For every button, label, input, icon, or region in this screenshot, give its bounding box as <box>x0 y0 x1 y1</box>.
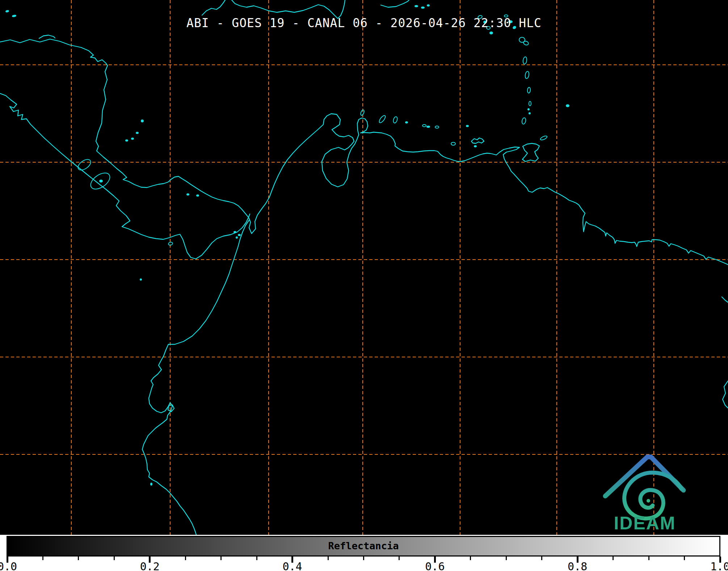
st-lucia-island <box>527 87 530 93</box>
colorbar-tick-label: 0.2 <box>134 560 166 571</box>
colorbar: Reflectancia <box>7 536 720 557</box>
st-vincent-island <box>529 101 531 106</box>
guyana-right-edge-fragment <box>722 297 728 302</box>
aruba-island <box>360 109 365 116</box>
hispaniola-southwest-peninsula <box>202 0 225 15</box>
colorbar-minor-tick <box>541 557 542 560</box>
colorbar-minor-tick <box>220 557 222 560</box>
logo-swirl-eye <box>647 499 650 503</box>
colorbar-minor-tick <box>328 557 329 560</box>
colorbar-minor-tick <box>613 557 614 560</box>
pearl-islet-1 <box>234 231 236 233</box>
grenadines-islet-2 <box>529 113 530 114</box>
grenadines-islet-1 <box>528 109 529 110</box>
colorbar-minor-tick <box>399 557 400 560</box>
colorbar-tick-label: 1.0 <box>704 560 728 571</box>
amapa-right-edge-fragment <box>723 381 728 408</box>
coiba-island <box>168 242 173 246</box>
colorbar-title: Reflectancia <box>8 540 719 551</box>
grenada-island <box>521 117 526 125</box>
colorbar-minor-tick <box>78 557 79 560</box>
colorbar-tick-label: 0.0 <box>0 560 24 571</box>
colorbar-minor-tick <box>42 557 43 560</box>
south-america-pacific-coast <box>142 220 249 535</box>
panama-islet-1 <box>187 194 189 195</box>
satellite-map-area: ABI - GOES 19 - CANAL 06 - 2026-04-26 22… <box>0 0 728 535</box>
la-orchila-islet <box>435 126 439 128</box>
colorbar-minor-tick <box>506 557 507 560</box>
virgin-islet-2 <box>421 7 424 8</box>
jamaica-fragment <box>39 35 55 38</box>
margarita-island <box>471 138 484 143</box>
ideam-logo-graphic <box>597 448 692 521</box>
san-andres-islet <box>136 132 138 134</box>
puerto-rico-south-coast <box>381 0 409 7</box>
la-tortuga-island <box>451 142 455 145</box>
offshore-islet-east <box>466 125 468 127</box>
virgin-islet-3 <box>427 5 429 6</box>
los-roques-islet-1 <box>422 125 426 127</box>
virgin-islet-1 <box>415 5 418 7</box>
corn-islet-2 <box>131 138 134 139</box>
leeward-islet-4 <box>490 32 493 34</box>
pearl-islet-3 <box>236 237 237 238</box>
las-aves-islet <box>405 122 408 123</box>
ometepe-islet <box>100 180 102 182</box>
colorbar-minor-tick <box>114 557 115 560</box>
lake-managua <box>76 158 92 172</box>
colorbar-minor-tick <box>363 557 364 560</box>
colorbar-tick-label: 0.6 <box>418 560 451 571</box>
colorbar-tick-label: 0.8 <box>561 560 594 571</box>
colorbar-minor-tick <box>470 557 471 560</box>
cayman-islet-1 <box>6 10 9 12</box>
curacao-island <box>378 114 387 123</box>
caribbean-mainland-coast <box>0 39 728 265</box>
barbados-island <box>566 105 569 107</box>
corn-islet-1 <box>126 140 128 141</box>
trinidad-outline <box>522 143 539 161</box>
colorbar-minor-tick <box>648 557 649 560</box>
dominica-island <box>523 56 527 64</box>
colorbar-minor-tick <box>684 557 685 560</box>
bonaire-island <box>392 116 398 123</box>
panama-islet-2 <box>197 195 199 196</box>
los-roques-islet-2 <box>427 126 430 127</box>
image-title: ABI - GOES 19 - CANAL 06 - 2026-04-26 22… <box>0 16 728 30</box>
martinique-island <box>525 71 529 79</box>
colorbar-minor-tick <box>256 557 257 560</box>
colorbar-minor-tick <box>185 557 186 560</box>
colorbar-tick-label: 0.4 <box>276 560 309 571</box>
ideam-logo-text: IDEAM <box>597 513 692 534</box>
coche-islet <box>474 146 476 147</box>
peru-offshore-islet <box>151 483 152 485</box>
satellite-image-viewer: ABI - GOES 19 - CANAL 06 - 2026-04-26 22… <box>0 0 728 571</box>
ideam-logo: IDEAM <box>597 448 692 534</box>
logo-swirl-icon <box>624 473 681 518</box>
pearl-islet-2 <box>238 234 240 236</box>
providencia-islet <box>141 120 143 122</box>
tobago-island <box>540 135 548 141</box>
guadeloupe-island-east <box>523 41 529 46</box>
malpelo-islet <box>140 279 142 280</box>
